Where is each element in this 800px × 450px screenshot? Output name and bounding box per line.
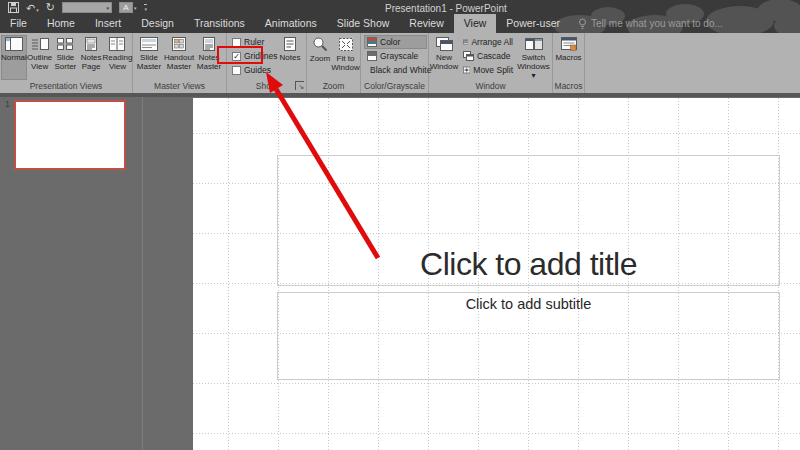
slides-panel-divider[interactable] [142, 97, 143, 450]
tab-power-user[interactable]: Power-user [496, 14, 570, 33]
tab-insert[interactable]: Insert [85, 14, 131, 33]
slide-master-button[interactable]: Slide Master [134, 35, 164, 80]
lightbulb-icon [578, 18, 587, 30]
group-presentation-views: Normal Outline View Slide Sorter Notes P… [0, 33, 133, 93]
redo-button[interactable]: ↻ [46, 2, 55, 13]
notes-button[interactable]: Notes [276, 35, 304, 80]
group-window: New Window Arrange All Cascade Move Spli… [429, 33, 553, 93]
notes-page-button[interactable]: Notes Page [78, 35, 104, 80]
quick-access-toolbar: ↶▾ ↻ ▾ A▾ ▾ [8, 1, 147, 14]
outline-view-icon [31, 37, 49, 51]
title-placeholder[interactable]: Click to add title [277, 155, 780, 286]
reading-view-button[interactable]: Reading View [104, 35, 131, 80]
tab-review[interactable]: Review [399, 14, 453, 33]
handout-master-button[interactable]: Handout Master [164, 35, 194, 80]
grayscale-icon [367, 51, 377, 61]
subtitle-placeholder[interactable]: Click to add subtitle [277, 292, 780, 380]
group-label-show: Show ↘ [227, 80, 306, 93]
tell-me-box[interactable]: Tell me what you want to do... [578, 14, 723, 33]
group-label-master-views: Master Views [133, 80, 226, 93]
arrange-all-button[interactable]: Arrange All [460, 35, 516, 49]
title-placeholder-text: Click to add title [420, 246, 637, 285]
zoom-icon [312, 37, 328, 52]
chevron-down-icon: ▾ [531, 71, 535, 80]
slide-canvas[interactable]: Click to add title Click to add subtitle [193, 98, 800, 450]
zoom-button[interactable]: Zoom [308, 35, 332, 80]
tab-animations[interactable]: Animations [255, 14, 327, 33]
notes-icon [283, 37, 297, 51]
slide-thumbnail[interactable] [14, 100, 126, 170]
text-style-button[interactable]: A▾ [119, 2, 137, 13]
group-label-color-grayscale: Color/Grayscale [361, 80, 428, 93]
reading-view-icon [108, 37, 126, 51]
dialog-launcher-icon[interactable]: ↘ [295, 81, 304, 90]
normal-view-button[interactable]: Normal [1, 35, 27, 80]
macros-button[interactable]: Macros [554, 35, 583, 80]
new-window-icon [435, 37, 453, 51]
undo-button[interactable]: ↶▾ [26, 2, 39, 14]
chevron-down-icon[interactable]: ▾ [36, 7, 39, 13]
slide-sorter-button[interactable]: Slide Sorter [53, 35, 79, 80]
tab-file[interactable]: File [0, 14, 37, 33]
subtitle-placeholder-text: Click to add subtitle [466, 293, 592, 312]
slide-number: 1 [5, 99, 10, 109]
window-titlebar: ↶▾ ↻ ▾ A▾ ▾ Presentation1 - PowerPoint F… [0, 0, 800, 33]
group-label-presentation-views: Presentation Views [0, 80, 132, 93]
move-split-icon [463, 65, 470, 75]
group-label-window: Window [429, 80, 552, 93]
switch-windows-button[interactable]: Switch Windows ▾ [516, 35, 551, 80]
cascade-icon [463, 51, 474, 61]
ribbon-empty-space [585, 33, 800, 93]
slide-sorter-icon [56, 37, 74, 51]
slide-master-icon [140, 37, 158, 51]
document-title: Presentation1 - PowerPoint [385, 3, 507, 14]
color-icon [367, 37, 377, 47]
color-button[interactable]: Color [364, 35, 427, 49]
macros-icon [560, 37, 578, 51]
arrange-all-icon [463, 37, 468, 47]
normal-view-icon [5, 37, 23, 51]
tab-slide-show[interactable]: Slide Show [327, 14, 400, 33]
notes-master-icon [200, 37, 218, 51]
cascade-button[interactable]: Cascade [460, 49, 516, 63]
group-label-zoom: Zoom [307, 80, 360, 93]
group-master-views: Slide Master Handout Master Notes Master… [133, 33, 227, 93]
handout-master-icon [170, 37, 188, 51]
outline-view-button[interactable]: Outline View [27, 35, 53, 80]
black-and-white-button[interactable]: Black and White [364, 63, 427, 77]
new-window-button[interactable]: New Window [430, 35, 458, 80]
ribbon: Normal Outline View Slide Sorter Notes P… [0, 33, 800, 97]
grayscale-button[interactable]: Grayscale [364, 49, 427, 63]
qat-dropdown-box[interactable]: ▾ [62, 2, 112, 13]
qat-customize-icon[interactable]: ▾ [144, 4, 147, 12]
tab-transitions[interactable]: Transitions [184, 14, 255, 33]
fit-to-window-button[interactable]: Fit to Window [332, 35, 359, 80]
checkbox-icon[interactable] [232, 66, 241, 75]
fit-to-window-icon [338, 37, 354, 52]
tab-home[interactable]: Home [37, 14, 85, 33]
tab-view[interactable]: View [454, 14, 497, 33]
group-label-macros: Macros [553, 80, 584, 93]
tab-design[interactable]: Design [131, 14, 184, 33]
chevron-down-icon: ▾ [134, 5, 137, 11]
chevron-down-icon: ▾ [106, 5, 109, 11]
notes-page-icon [82, 37, 100, 51]
switch-windows-icon [525, 37, 543, 51]
ribbon-tabs: File Home Insert Design Transitions Anim… [0, 14, 800, 33]
group-macros: Macros Macros [553, 33, 585, 93]
save-icon[interactable] [8, 2, 19, 13]
group-zoom: Zoom Fit to Window Zoom [307, 33, 361, 93]
annotation-highlight-box [217, 46, 263, 64]
guides-checkbox[interactable]: Guides [232, 63, 276, 77]
move-split-button[interactable]: Move Split [460, 63, 516, 77]
group-color-grayscale: Color Grayscale Black and White Color/Gr… [361, 33, 429, 93]
